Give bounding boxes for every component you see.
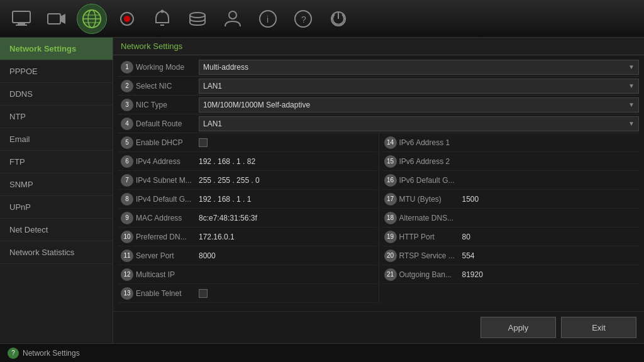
select-nic-label: Select NIC <box>136 82 199 90</box>
svg-rect-3 <box>48 14 60 24</box>
bottom-bar: ? Network Settings <box>0 343 644 362</box>
field-num-7: 7 <box>121 174 133 187</box>
sidebar-item-email[interactable]: Email <box>0 128 113 151</box>
left-column: 5 Enable DHCP 6 IPv4 Address 192 . 168 .… <box>118 133 379 303</box>
info-icon[interactable]: i <box>253 4 283 34</box>
field-num-11: 11 <box>121 250 133 262</box>
enable-dhcp-checkbox[interactable] <box>199 138 208 147</box>
field-num-19: 19 <box>384 231 397 243</box>
rtsp-port-label: RTSP Service ... <box>399 251 462 260</box>
account-icon[interactable] <box>218 4 248 34</box>
preferred-dns-label: Preferred DN... <box>136 233 199 241</box>
monitor-icon[interactable] <box>6 4 36 34</box>
ipv4-gateway-row: 8 IPv4 Default G... 192 . 168 . 1 . 1 <box>118 190 376 209</box>
mac-address-row: 9 MAC Address 8c:e7:48:31:56:3f <box>118 209 376 228</box>
sidebar-item-snmp[interactable]: SNMP <box>0 173 113 196</box>
multicast-ip-row: 12 Multicast IP <box>118 265 376 284</box>
sidebar-item-net-detect[interactable]: Net Detect <box>0 219 113 241</box>
svg-text:i: i <box>267 14 269 25</box>
field-num-20: 20 <box>384 250 397 262</box>
select-nic-select[interactable]: LAN1 ▼ <box>199 79 639 94</box>
sidebar-item-upnp[interactable]: UPnP <box>0 196 113 219</box>
mac-address-label: MAC Address <box>136 214 199 222</box>
outgoing-bw-value[interactable]: 81920 <box>462 270 640 279</box>
nic-type-label: NIC Type <box>136 101 199 109</box>
alt-dns-row: 18 Alternate DNS... <box>382 209 640 228</box>
field-num-2: 2 <box>121 80 133 92</box>
field-num-10: 10 <box>121 231 133 243</box>
field-num-18: 18 <box>384 212 397 224</box>
field-num-9: 9 <box>121 212 133 224</box>
enable-telnet-checkbox[interactable] <box>199 289 208 298</box>
sidebar: Network Settings PPPOE DDNS NTP Email FT… <box>0 38 113 343</box>
svg-point-13 <box>162 10 164 12</box>
server-port-value[interactable]: 8000 <box>199 251 376 260</box>
field-num-6: 6 <box>121 155 133 168</box>
mtu-value[interactable]: 1500 <box>462 195 640 204</box>
ipv4-subnet-label: IPv4 Subnet M... <box>136 176 199 185</box>
chevron-down-icon: ▼ <box>628 63 635 70</box>
ipv4-subnet-value[interactable]: 255 . 255 . 255 . 0 <box>199 176 376 185</box>
svg-rect-0 <box>13 11 30 23</box>
ipv6-addr2-label: IPv6 Address 2 <box>399 157 462 166</box>
field-num-1: 1 <box>121 61 133 74</box>
ipv4-gateway-value[interactable]: 192 . 168 . 1 . 1 <box>199 195 376 204</box>
content-header: Network Settings <box>113 38 644 55</box>
exit-button[interactable]: Exit <box>561 317 636 338</box>
chevron-down-icon: ▼ <box>628 120 635 127</box>
storage-icon[interactable] <box>182 4 213 34</box>
camera-icon[interactable] <box>42 4 72 34</box>
multicast-ip-label: Multicast IP <box>136 270 199 279</box>
svg-marker-4 <box>60 14 65 24</box>
sidebar-item-pppoe[interactable]: PPPOE <box>0 60 113 83</box>
sidebar-item-ntp[interactable]: NTP <box>0 106 113 128</box>
help-icon[interactable]: ? <box>288 4 318 34</box>
field-num-16: 16 <box>384 174 397 187</box>
bottom-help-icon[interactable]: ? <box>8 348 19 359</box>
svg-point-15 <box>229 11 236 19</box>
outgoing-bandwidth-row: 21 Outgoing Ban... 81920 <box>382 265 640 284</box>
preferred-dns-value[interactable]: 172.16.0.1 <box>199 233 376 241</box>
mtu-label: MTU (Bytes) <box>399 195 462 204</box>
server-port-row: 11 Server Port 8000 <box>118 246 376 265</box>
sidebar-item-network-statistics[interactable]: Network Statistics <box>0 241 113 264</box>
sidebar-item-network-settings[interactable]: Network Settings <box>0 38 113 60</box>
ipv4-address-value[interactable]: 192 . 168 . 1 . 82 <box>199 157 376 166</box>
default-route-row: 4 Default Route LAN1 ▼ <box>118 114 639 133</box>
enable-telnet-label: Enable Telnet <box>136 289 199 298</box>
ipv4-address-label: IPv4 Address <box>136 157 199 166</box>
ipv6-addr2-row: 15 IPv6 Address 2 <box>382 152 640 171</box>
field-num-3: 3 <box>121 99 133 111</box>
ipv6-gateway-label: IPv6 Default G... <box>399 176 462 185</box>
ipv6-gateway-row: 16 IPv6 Default G... <box>382 171 640 190</box>
ipv4-gateway-label: IPv4 Default G... <box>136 195 199 204</box>
enable-dhcp-row: 5 Enable DHCP <box>118 133 376 152</box>
two-col-section: 5 Enable DHCP 6 IPv4 Address 192 . 168 .… <box>118 133 639 303</box>
main-area: Network Settings PPPOE DDNS NTP Email FT… <box>0 38 644 343</box>
default-route-label: Default Route <box>136 119 199 128</box>
bottom-label: Network Settings <box>23 349 80 358</box>
record-icon[interactable] <box>112 4 142 34</box>
sidebar-item-ftp[interactable]: FTP <box>0 151 113 173</box>
http-port-value[interactable]: 80 <box>462 233 640 241</box>
network-icon[interactable] <box>77 4 107 34</box>
nic-type-row: 3 NIC Type 10M/100M/1000M Self-adaptive … <box>118 96 639 114</box>
default-route-select[interactable]: LAN1 ▼ <box>199 116 639 131</box>
enable-dhcp-label: Enable DHCP <box>136 138 199 147</box>
field-num-14: 14 <box>384 136 397 149</box>
field-num-12: 12 <box>121 268 133 281</box>
action-area: Apply Exit <box>113 311 644 343</box>
field-num-13: 13 <box>121 287 133 300</box>
http-port-row: 19 HTTP Port 80 <box>382 228 640 246</box>
apply-button[interactable]: Apply <box>480 317 556 338</box>
sidebar-item-ddns[interactable]: DDNS <box>0 83 113 106</box>
power-icon[interactable] <box>323 4 353 34</box>
chevron-down-icon: ▼ <box>628 101 635 108</box>
alarm-icon[interactable] <box>147 4 177 34</box>
svg-text:?: ? <box>301 14 306 25</box>
field-num-21: 21 <box>384 268 397 281</box>
nic-type-select[interactable]: 10M/100M/1000M Self-adaptive ▼ <box>199 97 639 112</box>
chevron-down-icon: ▼ <box>628 82 635 89</box>
working-mode-select[interactable]: Multi-address ▼ <box>199 60 639 75</box>
rtsp-port-value[interactable]: 554 <box>462 251 640 260</box>
